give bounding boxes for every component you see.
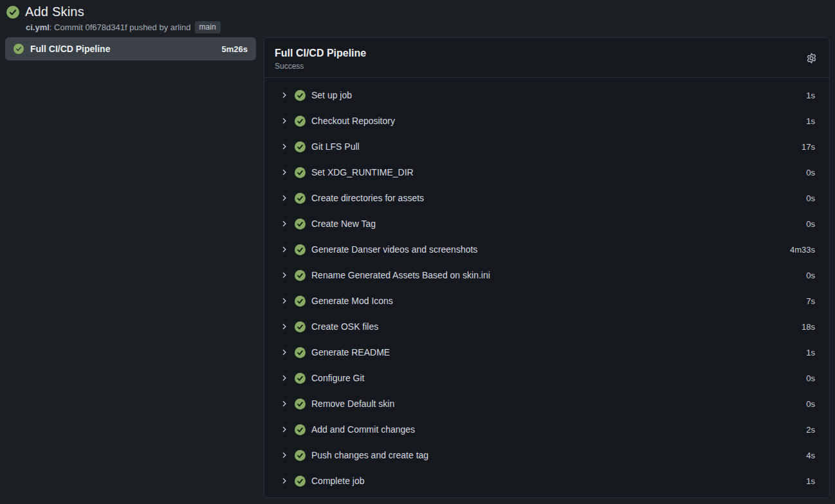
job-list-sidebar: Full CI/CD Pipeline 5m26s [5, 37, 256, 60]
run-title: Add Skins [25, 4, 84, 19]
gear-icon[interactable] [805, 51, 818, 64]
step-duration: 0s [806, 374, 815, 383]
check-circle-icon [295, 296, 306, 307]
job-list-item-full-pipeline[interactable]: Full CI/CD Pipeline 5m26s [5, 37, 256, 60]
check-circle-icon [295, 321, 306, 332]
step-duration: 1s [806, 476, 815, 486]
step-row[interactable]: Complete job 1s [264, 468, 829, 494]
check-circle-icon [295, 90, 306, 101]
branch-badge[interactable]: main [195, 21, 221, 33]
check-circle-icon [295, 167, 306, 178]
step-row[interactable]: Set XDG_RUNTIME_DIR 0s [264, 159, 829, 185]
run-header: Add Skins ci.yml: Commit 0f678d341f push… [0, 0, 835, 37]
pushed-by-text: pushed by [127, 22, 170, 32]
step-duration: 0s [806, 219, 815, 229]
chevron-right-icon[interactable] [280, 142, 289, 151]
step-row[interactable]: Set up job 1s [264, 82, 829, 108]
job-panel-header: Full CI/CD Pipeline Success [264, 38, 829, 77]
step-name: Configure Git [311, 373, 364, 383]
step-row[interactable]: Generate Mod Icons 7s [264, 288, 829, 314]
check-circle-icon [295, 270, 306, 281]
commit-prefix-text: : Commit [50, 22, 86, 32]
job-panel-title: Full CI/CD Pipeline [275, 47, 816, 60]
chevron-right-icon[interactable] [280, 271, 289, 280]
step-name: Set up job [311, 90, 352, 100]
commit-summary: ci.yml: Commit 0f678d341f pushed by arli… [26, 21, 827, 33]
chevron-right-icon[interactable] [280, 451, 289, 460]
step-duration: 1s [806, 91, 815, 100]
actions-run-page: Add Skins ci.yml: Commit 0f678d341f push… [0, 0, 835, 504]
step-duration: 4m33s [790, 245, 815, 255]
check-circle-icon [295, 399, 306, 410]
step-duration: 0s [806, 194, 815, 203]
step-row[interactable]: Git LFS Pull 17s [264, 134, 829, 159]
check-circle-icon [295, 244, 306, 255]
step-row[interactable]: Configure Git 0s [264, 365, 829, 391]
step-name: Create New Tag [311, 219, 376, 229]
step-name: Git LFS Pull [311, 141, 360, 152]
step-name: Generate Danser videos and screenshots [311, 244, 477, 255]
author-link[interactable]: arlind [170, 22, 191, 32]
check-circle-icon [295, 347, 306, 358]
commit-hash-link[interactable]: 0f678d341f [85, 22, 127, 32]
run-content: Full CI/CD Pipeline 5m26s Full CI/CD Pip… [0, 37, 835, 498]
step-row[interactable]: Remove Default skin 0s [264, 391, 829, 417]
step-duration: 7s [806, 296, 815, 306]
step-name: Rename Generated Assets Based on skin.in… [311, 270, 490, 280]
job-name: Full CI/CD Pipeline [30, 44, 216, 54]
step-duration: 4s [806, 451, 815, 460]
step-duration: 0s [806, 168, 815, 177]
chevron-right-icon[interactable] [280, 296, 289, 305]
step-duration: 0s [806, 271, 815, 280]
step-name: Set XDG_RUNTIME_DIR [311, 167, 414, 177]
check-circle-icon [295, 193, 306, 204]
chevron-right-icon[interactable] [280, 399, 289, 408]
chevron-right-icon[interactable] [280, 168, 289, 177]
chevron-right-icon[interactable] [280, 245, 289, 254]
step-row[interactable]: Create New Tag 0s [264, 211, 829, 237]
job-duration: 5m26s [222, 44, 248, 54]
step-row[interactable]: Generate Danser videos and screenshots 4… [264, 237, 829, 262]
step-list: Set up job 1s Checkout Repository 1s [264, 78, 829, 498]
step-name: Complete job [311, 476, 365, 486]
check-circle-icon [295, 424, 306, 435]
check-circle-icon [295, 141, 306, 152]
step-name: Create directories for assets [311, 193, 424, 203]
step-row[interactable]: Create OSK files 18s [264, 314, 829, 339]
step-name: Remove Default skin [311, 399, 394, 409]
step-duration: 1s [806, 116, 815, 126]
chevron-right-icon[interactable] [280, 219, 289, 228]
chevron-right-icon[interactable] [280, 116, 289, 125]
step-row[interactable]: Rename Generated Assets Based on skin.in… [264, 262, 829, 288]
chevron-right-icon[interactable] [280, 348, 289, 357]
step-row[interactable]: Create directories for assets 0s [264, 185, 829, 211]
step-name: Push changes and create tag [311, 450, 428, 460]
step-name: Add and Commit changes [311, 424, 415, 435]
chevron-right-icon[interactable] [280, 91, 289, 100]
check-circle-icon [295, 450, 306, 461]
chevron-right-icon[interactable] [280, 425, 289, 434]
step-row[interactable]: Push changes and create tag 4s [264, 442, 829, 468]
step-duration: 2s [806, 425, 815, 435]
check-circle-icon [295, 476, 306, 487]
run-status-check-circle-icon [6, 6, 19, 19]
job-detail-panel: Full CI/CD Pipeline Success [264, 37, 830, 498]
chevron-right-icon[interactable] [280, 476, 289, 485]
step-row[interactable]: Add and Commit changes 2s [264, 417, 829, 442]
chevron-right-icon[interactable] [280, 194, 289, 203]
check-circle-icon [295, 116, 306, 127]
workflow-file-link[interactable]: ci.yml [26, 22, 50, 32]
step-duration: 17s [802, 142, 815, 152]
chevron-right-icon[interactable] [280, 374, 289, 382]
step-name: Generate Mod Icons [311, 296, 393, 306]
step-row[interactable]: Checkout Repository 1s [264, 108, 829, 134]
step-name: Create OSK files [311, 321, 378, 332]
job-check-circle-icon [14, 44, 24, 54]
step-duration: 0s [806, 399, 815, 409]
job-status-text: Success [275, 62, 816, 71]
chevron-right-icon[interactable] [280, 322, 289, 331]
step-duration: 18s [802, 322, 815, 332]
step-row[interactable]: Generate README 1s [264, 339, 829, 365]
step-name: Generate README [311, 347, 390, 357]
check-circle-icon [295, 219, 306, 230]
